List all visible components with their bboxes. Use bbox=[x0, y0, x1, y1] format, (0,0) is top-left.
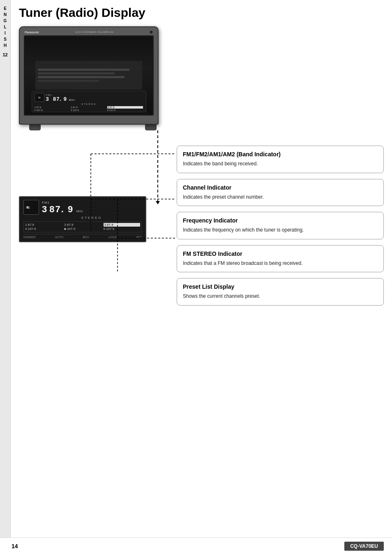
preset-item-2: 2 87.9 bbox=[64, 223, 101, 227]
callout-frequency-title: Frequency Indicator bbox=[183, 217, 378, 224]
btn-auto: AUTO bbox=[55, 236, 64, 239]
preset-num-1: 1 bbox=[25, 223, 27, 227]
tv-body: Panasonic HI-FI SYSTEM44 COLORPLUS bbox=[19, 26, 159, 125]
btn-att: ATT bbox=[136, 236, 142, 239]
preset-num-6: 6 bbox=[104, 227, 105, 231]
callout-preset-title: Preset List Display bbox=[183, 283, 378, 290]
sidebar-letter-s: S bbox=[4, 37, 7, 42]
callout-frequency-indicator: Frequency Indicator Indicates the freque… bbox=[177, 212, 384, 239]
preset-num-3: 3 bbox=[104, 223, 106, 227]
screen-line-3 bbox=[38, 76, 125, 78]
preset-item-5: ■ 107.9 bbox=[64, 227, 101, 231]
callout-fm-stereo-title: FM STEREO Indicator bbox=[183, 250, 378, 257]
btn-loud: LOUD bbox=[108, 236, 117, 239]
preset-freq-6: 107.9 bbox=[106, 227, 114, 231]
preset-num-5: ■ bbox=[64, 227, 66, 231]
tv-power-dot bbox=[150, 30, 153, 34]
callout-frequency-body: Indicates the frequency on which the tun… bbox=[183, 226, 378, 234]
model-label: CQ-VA70EU bbox=[344, 542, 384, 551]
preset-freq-2: 87.9 bbox=[67, 223, 74, 227]
screen-display-row: ≈ FM1 3 87. 9 MHz bbox=[35, 93, 143, 102]
page-number: 14 bbox=[12, 543, 18, 549]
radio-frequency: 87. 9 bbox=[49, 205, 74, 214]
dashed-line-segment bbox=[157, 130, 158, 201]
sidebar-letter-e: E bbox=[4, 6, 7, 12]
radio-presets-grid: 1 87.9 2 87.9 3 87.9 4 1 bbox=[23, 221, 142, 232]
sidebar-letter-i: I bbox=[5, 30, 6, 36]
tv-screen: ≈ FM1 3 87. 9 MHz STEREO bbox=[24, 35, 154, 116]
sidebar-content: E N G L I S H 12 bbox=[2, 6, 7, 57]
sidebar-letter-h: H bbox=[4, 43, 7, 49]
preset-item-3-highlighted: 3 87.9 bbox=[104, 223, 140, 227]
radio-icon-box: ≈ A bbox=[23, 200, 39, 215]
tv-screen-gradient: ≈ FM1 3 87. 9 MHz STEREO bbox=[25, 37, 152, 114]
preset-num-2: 2 bbox=[64, 223, 66, 227]
screen-text-block: FM1 3 87. 9 MHz bbox=[46, 94, 75, 102]
callout-fm-stereo-body: Indicates that a FM stereo broadcast is … bbox=[183, 260, 378, 267]
tv-foot-left bbox=[29, 125, 41, 130]
tv-unit: Panasonic HI-FI SYSTEM44 COLORPLUS bbox=[19, 26, 167, 130]
radio-mhz-label: MHz bbox=[76, 209, 83, 213]
radio-wave-svg: ≈ A bbox=[25, 202, 37, 213]
radio-buttons-row: DIMMER AUTO BGV LOUD ATT bbox=[23, 234, 142, 239]
preset-freq-4: 107.9 bbox=[28, 227, 36, 231]
main-content: Tuner (Radio) Display Panasonic HI-FI SY… bbox=[11, 0, 392, 330]
tv-brand: Panasonic bbox=[25, 31, 39, 34]
screen-content-block bbox=[35, 61, 142, 90]
device-column: Panasonic HI-FI SYSTEM44 COLORPLUS bbox=[19, 26, 167, 242]
radio-channel-freq-row: 3 87. 9 MHz bbox=[42, 205, 142, 214]
preset-item-4: 4 107.9 bbox=[25, 227, 62, 231]
dashed-line-vertical bbox=[84, 130, 232, 204]
screen-icon: ≈ bbox=[35, 93, 44, 102]
page-title: Tuner (Radio) Display bbox=[19, 6, 384, 20]
page: E N G L I S H 12 Tuner (Radio) Display bbox=[0, 0, 392, 554]
screen-bottom-display: ≈ FM1 3 87. 9 MHz STEREO bbox=[32, 91, 146, 112]
radio-channel-num: 3 bbox=[42, 205, 47, 214]
sidebar-letter-n: N bbox=[4, 12, 7, 18]
tv-feet bbox=[19, 125, 167, 130]
preset-freq-3: 87.9 bbox=[107, 223, 113, 227]
sidebar-letter-g: G bbox=[4, 18, 7, 24]
sidebar: E N G L I S H 12 bbox=[0, 0, 11, 554]
svg-text:A: A bbox=[26, 205, 28, 209]
sidebar-letter-l: L bbox=[4, 24, 6, 30]
screen-presets: 1 87.92 87.93 87.9 4 107.95 107.96 107.9 bbox=[35, 106, 143, 111]
screen-line-2 bbox=[38, 72, 114, 74]
callout-preset-body: Shows the current channels preset. bbox=[183, 292, 378, 300]
btn-bgv: BGV bbox=[83, 236, 89, 239]
preset-num-4: 4 bbox=[25, 227, 27, 231]
callout-preset-list: Preset List Display Shows the current ch… bbox=[177, 278, 384, 306]
screen-line-1 bbox=[38, 69, 130, 71]
diagram-section: Panasonic HI-FI SYSTEM44 COLORPLUS bbox=[19, 26, 384, 306]
radio-stereo-label: STEREO bbox=[23, 216, 142, 220]
page-footer: 14 CQ-VA70EU bbox=[0, 538, 392, 554]
tv-model-label: HI-FI SYSTEM44 COLORPLUS bbox=[75, 31, 113, 33]
preset-freq-1: 87.9 bbox=[28, 223, 34, 227]
screen-line-4 bbox=[38, 80, 99, 82]
callout-fm-stereo-indicator: FM STEREO Indicator Indicates that a FM … bbox=[177, 245, 384, 273]
preset-item-6: 6 107.9 bbox=[104, 227, 140, 231]
tv-foot-right bbox=[145, 125, 157, 130]
arrow-down-icon bbox=[156, 201, 160, 204]
btn-dimmer: DIMMER bbox=[23, 236, 36, 239]
sidebar-number: 12 bbox=[2, 52, 7, 57]
preset-item-1: 1 87.9 bbox=[25, 223, 62, 227]
preset-freq-5: 107.9 bbox=[67, 227, 75, 231]
